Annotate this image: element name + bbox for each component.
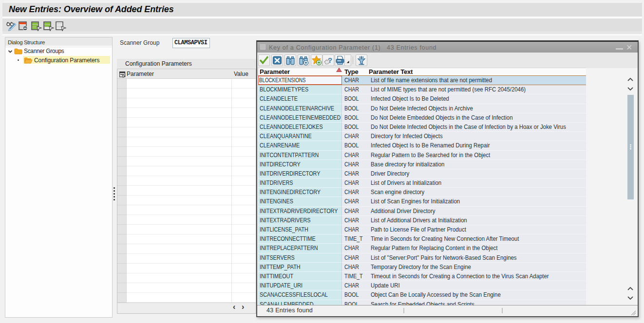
svg-text:?: ? — [328, 56, 332, 64]
